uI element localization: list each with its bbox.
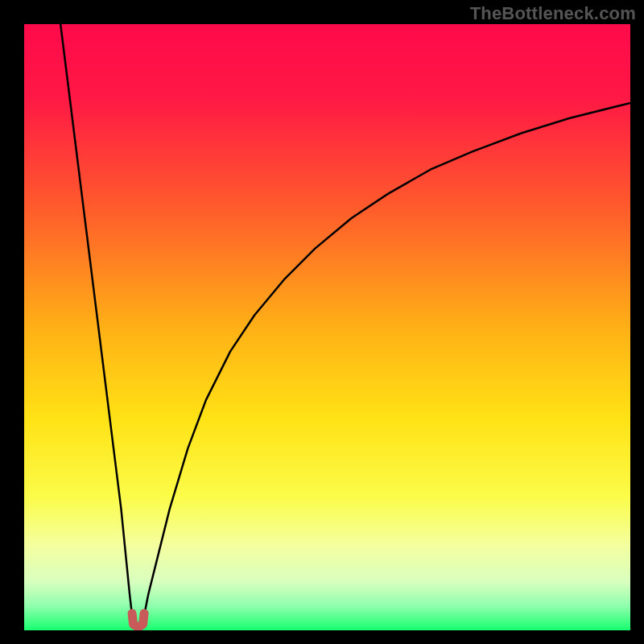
plot-area xyxy=(24,24,630,630)
chart-frame: TheBottleneck.com xyxy=(0,0,644,644)
watermark-text: TheBottleneck.com xyxy=(470,3,636,24)
chart-svg xyxy=(24,24,630,630)
gradient-background xyxy=(24,24,630,630)
